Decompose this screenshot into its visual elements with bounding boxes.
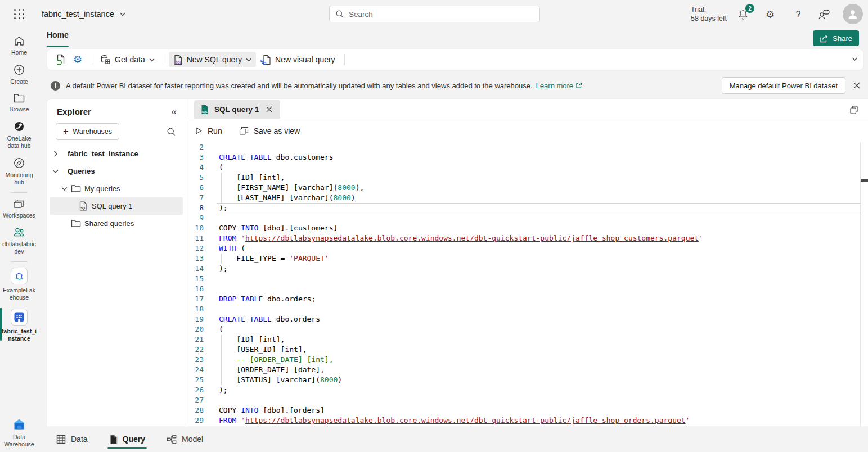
code-line[interactable]: 19CREATE TABLE dbo.orders <box>186 314 860 324</box>
rail-item-workspaces[interactable]: Workspaces <box>0 195 38 223</box>
rail-item-dbtlabsfabricdev[interactable]: dbtlabsfabricdev <box>0 223 38 259</box>
line-number: 18 <box>186 304 204 314</box>
code-line[interactable]: 17DROP TABLE dbo.orders; <box>186 294 860 304</box>
rail-item-monitoring-hub[interactable]: Monitoring hub <box>0 153 38 190</box>
code-line[interactable]: 7 [LAST_NAME] [varchar](8000) <box>186 193 860 203</box>
search-icon <box>335 10 344 19</box>
code-line[interactable]: 3CREATE TABLE dbo.customers <box>186 152 860 162</box>
settings-button[interactable]: ⚙ <box>763 7 777 22</box>
code-text: ( <box>219 162 223 173</box>
notifications-button[interactable]: 2 <box>736 7 750 22</box>
editor-overview-ruler[interactable] <box>860 142 868 426</box>
search-input[interactable] <box>349 10 534 19</box>
code-line[interactable]: 6 [FIRST_NAME] [varchar](8000), <box>186 183 860 193</box>
line-number: 21 <box>186 335 204 345</box>
rail-item-home[interactable]: Home <box>0 31 38 60</box>
tab-data[interactable]: Data <box>56 426 88 452</box>
code-text: [LAST_NAME] [varchar](8000) <box>219 193 356 203</box>
tree-item-sql-query-1[interactable]: SQL SQL query 1 <box>50 197 183 215</box>
folder-icon <box>71 219 81 228</box>
code-line[interactable]: 9 <box>186 213 860 223</box>
workspace-title-dropdown[interactable]: fabric_test_instance <box>42 0 125 28</box>
code-text: COPY INTO [dbo].[customers] <box>219 223 338 233</box>
code-text: -- [ORDER_DATE] [int], <box>219 355 334 365</box>
chevron-down-icon <box>61 187 68 191</box>
rail-item-examplelakehouse[interactable]: ExampleLakehouse <box>0 264 38 305</box>
tree-item-shared-queries[interactable]: Shared queries <box>47 215 186 232</box>
global-search <box>329 6 540 22</box>
account-avatar[interactable] <box>843 4 863 24</box>
code-line[interactable]: 29FROM 'https://dbtlabsynapsedatalake.bl… <box>186 415 860 426</box>
code-line[interactable]: 25 [STATUS] [varchar](8000) <box>186 375 860 385</box>
refresh-item-button[interactable] <box>52 52 69 67</box>
tab-query[interactable]: Query <box>109 426 145 452</box>
settings-warehouse-button[interactable]: ⚙ <box>69 52 86 67</box>
code-line[interactable]: 24 [ORDER_DATE] [date], <box>186 365 860 375</box>
line-number: 15 <box>186 274 204 284</box>
learn-more-link[interactable]: Learn more <box>536 82 582 90</box>
rail-item-create[interactable]: Create <box>0 60 38 89</box>
chevron-down-icon <box>246 58 251 62</box>
tab-home[interactable]: Home <box>47 30 69 47</box>
warehouse-icon <box>11 309 28 326</box>
run-button[interactable]: Run <box>195 126 222 135</box>
tree-item-my-queries[interactable]: My queries <box>47 180 186 197</box>
tab-sql-query-1[interactable]: SQL SQL query 1 <box>194 100 280 119</box>
code-text: [FIRST_NAME] [varchar](8000), <box>219 183 364 193</box>
rail-item-browse[interactable]: Browse <box>0 89 38 117</box>
sql-document-icon: SQL <box>173 55 183 65</box>
code-line[interactable]: 28COPY INTO [dbo].[orders] <box>186 405 860 415</box>
explorer-search-button[interactable] <box>164 125 178 138</box>
code-line[interactable]: 11FROM 'https://dbtlabsynapsedatalake.bl… <box>186 233 860 243</box>
new-sql-query-button[interactable]: SQL New SQL query <box>169 52 256 67</box>
tree-item-queries[interactable]: Queries <box>47 162 186 180</box>
code-line[interactable]: 21 [ID] [int], <box>186 335 860 345</box>
rail-item-data-warehouse[interactable]: Data Warehouse <box>0 414 38 452</box>
code-line[interactable]: 22 [USER_ID] [int], <box>186 345 860 355</box>
code-line[interactable]: 14); <box>186 264 860 274</box>
ribbon-collapse-button[interactable] <box>852 57 858 61</box>
add-warehouses-button[interactable]: + Warehouses <box>56 123 119 140</box>
code-line[interactable]: 15 <box>186 274 860 284</box>
code-line[interactable]: 4( <box>186 162 860 173</box>
code-line[interactable]: 18 <box>186 304 860 314</box>
external-link-icon <box>575 82 582 89</box>
close-tab-icon[interactable] <box>264 105 274 115</box>
explorer-title: Explorer <box>57 107 91 116</box>
collapse-panel-icon[interactable]: « <box>172 107 177 116</box>
code-text: [USER_ID] [int], <box>219 345 307 355</box>
help-button[interactable]: ? <box>791 7 806 22</box>
rail-item-fabric-test-instance[interactable]: fabric_test_instance <box>0 305 38 346</box>
view-switcher-bar: Data Query Model <box>38 426 868 452</box>
save-as-view-button[interactable]: Save as view <box>239 126 300 135</box>
top-header: fabric_test_instance Trial: 58 days left… <box>0 0 868 28</box>
code-line[interactable]: 2 <box>186 142 860 152</box>
code-line[interactable]: 10COPY INTO [dbo].[customers] <box>186 223 860 233</box>
new-visual-query-button[interactable]: New visual query <box>256 52 340 67</box>
sql-code-editor[interactable]: 23CREATE TABLE dbo.customers4(5 [ID] [in… <box>186 142 860 426</box>
feedback-button[interactable] <box>817 7 831 22</box>
code-line[interactable]: 20( <box>186 324 860 335</box>
rail-item-onelake-data-hub[interactable]: OneLake data hub <box>0 117 38 153</box>
code-line[interactable]: 26); <box>186 385 860 395</box>
tree-item-fabric-test-instance[interactable]: fabric_test_instance <box>47 145 186 162</box>
line-number: 8 <box>186 203 204 213</box>
code-line[interactable]: 13 FILE_TYPE = 'PARQUET' <box>186 254 860 264</box>
code-line[interactable]: 12WITH ( <box>186 243 860 254</box>
lakehouse-icon <box>11 268 28 284</box>
sql-file-icon: SQL <box>200 105 209 115</box>
code-line[interactable]: 16 <box>186 284 860 294</box>
notification-badge: 2 <box>745 4 754 13</box>
code-line[interactable]: 27 <box>186 395 860 405</box>
share-button[interactable]: Share <box>813 30 859 46</box>
get-data-button[interactable]: Get data <box>96 52 159 67</box>
tab-model[interactable]: Model <box>167 426 203 452</box>
app-launcher-waffle-icon[interactable] <box>14 9 25 20</box>
code-line[interactable]: 5 [ID] [int], <box>186 173 860 183</box>
banner-close-button[interactable] <box>851 80 862 91</box>
code-line[interactable]: 23 -- [ORDER_DATE] [int], <box>186 355 860 365</box>
line-number: 4 <box>186 162 204 173</box>
manage-default-dataset-button[interactable]: Manage default Power BI dataset <box>722 77 845 94</box>
code-line[interactable]: 8); <box>186 203 860 213</box>
copy-icon[interactable] <box>848 104 860 115</box>
